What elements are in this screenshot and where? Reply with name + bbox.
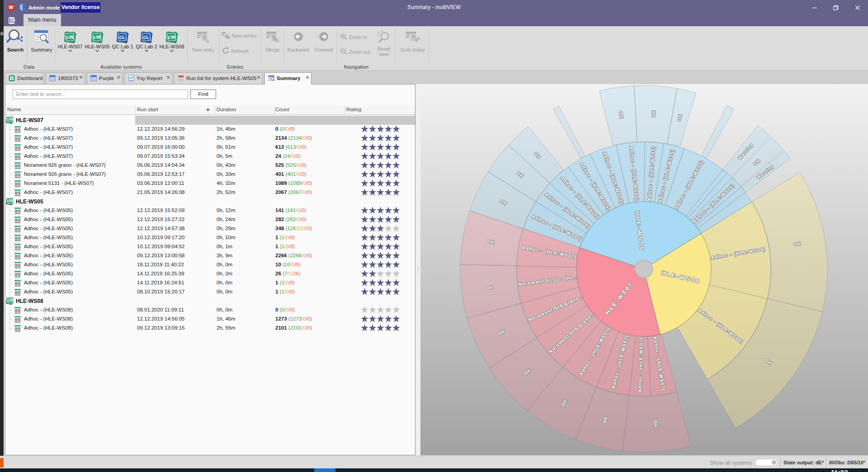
svg-text:OK: OK [651, 110, 656, 118]
svg-text:OK: OK [486, 285, 493, 291]
svg-text:OK: OK [653, 420, 658, 428]
